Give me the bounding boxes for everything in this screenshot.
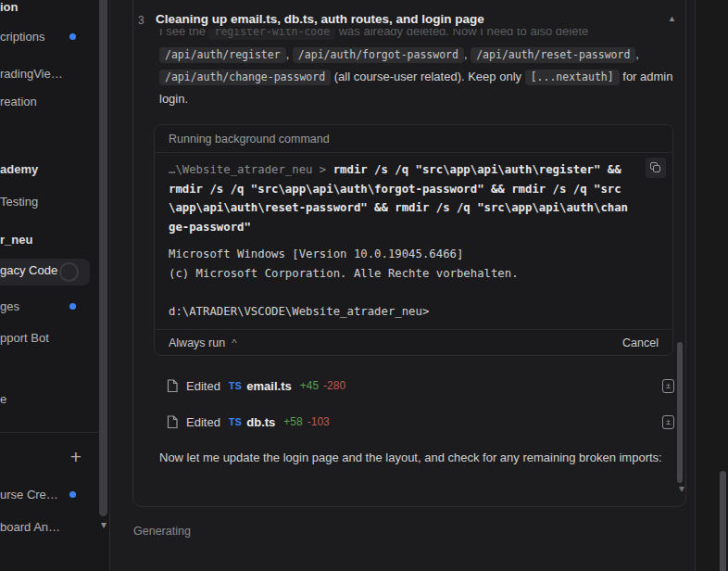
sidebar-item-tradingview[interactable]: radingVie…	[0, 66, 96, 82]
terminal-blank-line	[169, 283, 659, 302]
edited-file-row[interactable]: Edited TS email.ts +45 -280 ±	[167, 376, 674, 395]
code-chip: /api/auth/reset-password	[471, 47, 635, 63]
sidebar-item-ion[interactable]: ion	[0, 0, 96, 16]
sidebar-item-r-neu[interactable]: r_neu	[0, 232, 96, 248]
terminal-command-line: rmdir /s /q "src\app\api\auth\forgot-pas…	[169, 180, 659, 199]
typescript-badge: TS	[229, 416, 242, 427]
request-paragraph: /api/auth/register, /api/auth/forgot-pas…	[159, 44, 676, 109]
sidebar-item-label: gacy Code	[0, 263, 57, 277]
lines-removed: -103	[308, 415, 330, 428]
command-panel-footer: Always run ^ Cancel	[155, 329, 672, 355]
code-chip: /api/auth/change-password	[159, 70, 331, 85]
collapse-icon[interactable]: ▲	[668, 14, 676, 23]
terminal-command: ge-password"	[169, 221, 251, 234]
unread-dot	[69, 33, 76, 40]
text: ,	[635, 47, 639, 61]
file-icon	[167, 415, 178, 429]
window-scrollbar[interactable]	[720, 471, 726, 571]
terminal-command-line: ge-password"	[169, 218, 659, 237]
edit-action-label: Edited	[186, 415, 220, 429]
terminal-output-line: Microsoft Windows [Version 10.0.19045.64…	[169, 245, 659, 264]
always-run-button[interactable]: Always run	[169, 336, 225, 349]
edited-file-row[interactable]: Edited TS db.ts +58 -103 ±	[167, 412, 674, 431]
step-title: Cleaning up email.ts, db.ts, auth routes…	[156, 12, 656, 28]
sidebar-item-testing[interactable]: Testing	[0, 194, 96, 210]
terminal-output-line: d:\ATRADER\VSCODE\Website_atrader_neu>	[169, 302, 659, 322]
code-chip: /api/auth/register	[159, 47, 286, 63]
sidebar-item-reation[interactable]: reation	[0, 94, 96, 110]
terminal-command: \app\api\auth\reset-password" && rmdir /…	[169, 201, 628, 214]
generating-status: Generating	[133, 525, 191, 538]
loading-spinner-icon	[59, 262, 79, 282]
add-button[interactable]: +	[65, 446, 87, 468]
cancel-button[interactable]: Cancel	[622, 336, 659, 349]
chevron-down-icon[interactable]: ▾	[96, 517, 111, 532]
edit-action-label: Edited	[186, 379, 220, 393]
unread-dot	[69, 491, 76, 498]
open-diff-icon[interactable]: ±	[662, 415, 674, 429]
sidebar-item-ges[interactable]: ges	[0, 298, 96, 315]
sidebar-divider	[0, 432, 98, 433]
lines-added: +45	[300, 379, 319, 392]
text: ,	[286, 47, 293, 61]
code-chip: /api/auth/forgot-password	[293, 47, 464, 63]
chevron-down-icon[interactable]: ▾	[675, 482, 688, 495]
sidebar-scrollbar[interactable]	[99, 0, 107, 516]
closing-paragraph: Now let me update the login page and the…	[159, 447, 680, 468]
edited-file-name: email.ts	[246, 379, 291, 393]
unread-dot	[69, 303, 76, 310]
copy-button[interactable]	[646, 158, 666, 178]
terminal-prompt: …\Website_atrader_neu >	[169, 163, 333, 176]
caret-up-icon: ^	[232, 337, 236, 349]
terminal-command-line: …\Website_atrader_neu > rmdir /s /q "src…	[169, 160, 659, 180]
terminal-output-line: (c) Microsoft Corporation. Alle Rechte v…	[169, 264, 659, 284]
code-chip: register-with-code	[208, 29, 335, 40]
edited-file-name: db.ts	[246, 415, 275, 429]
terminal-output: …\Website_atrader_neu > rmdir /s /q "src…	[155, 153, 672, 328]
sidebar-item-criptions[interactable]: criptions	[0, 29, 96, 45]
sidebar-item-e[interactable]: e	[0, 391, 96, 408]
step-card: 3 Cleaning up email.ts, db.ts, auth rout…	[132, 0, 686, 507]
sidebar-item-support-bot[interactable]: pport Bot	[0, 330, 96, 347]
faded-text: I see the	[159, 29, 208, 38]
lines-added: +58	[283, 415, 302, 428]
sidebar: ion criptions radingVie… reation ademy T…	[0, 0, 110, 571]
terminal-command: rmdir /s /q "src\app\api\auth\forgot-pas…	[169, 183, 621, 196]
app-window: ion criptions radingVie… reation ademy T…	[0, 0, 728, 571]
sidebar-item-academy[interactable]: ademy	[0, 161, 96, 178]
step-number: 3	[138, 14, 144, 27]
faded-scrolled-text: I see the register-with-code was already…	[159, 29, 678, 41]
copy-icon	[650, 162, 662, 174]
card-scrollbar[interactable]	[677, 342, 683, 483]
code-chip: [...nextauth]	[525, 70, 620, 85]
faded-text: was already deleted. Now I need to also …	[335, 29, 588, 38]
file-icon	[167, 379, 178, 393]
sidebar-item-legacy-code[interactable]: gacy Code	[0, 259, 90, 286]
lines-removed: -280	[323, 379, 345, 392]
text: (all course-user related). Keep only	[331, 70, 525, 83]
typescript-badge: TS	[229, 380, 242, 391]
open-diff-icon[interactable]: ±	[662, 379, 674, 393]
terminal-command: rmdir /s /q "src\app\api\auth\register" …	[333, 163, 621, 176]
sidebar-item-course-cre[interactable]: urse Cre…	[0, 487, 96, 503]
sidebar-item-board-an[interactable]: board An…	[0, 519, 96, 536]
terminal-command-line: \app\api\auth\reset-password" && rmdir /…	[169, 198, 659, 218]
command-panel-title: Running background command	[155, 125, 672, 153]
background-command-panel: Running background command …\Website_atr…	[154, 124, 673, 356]
